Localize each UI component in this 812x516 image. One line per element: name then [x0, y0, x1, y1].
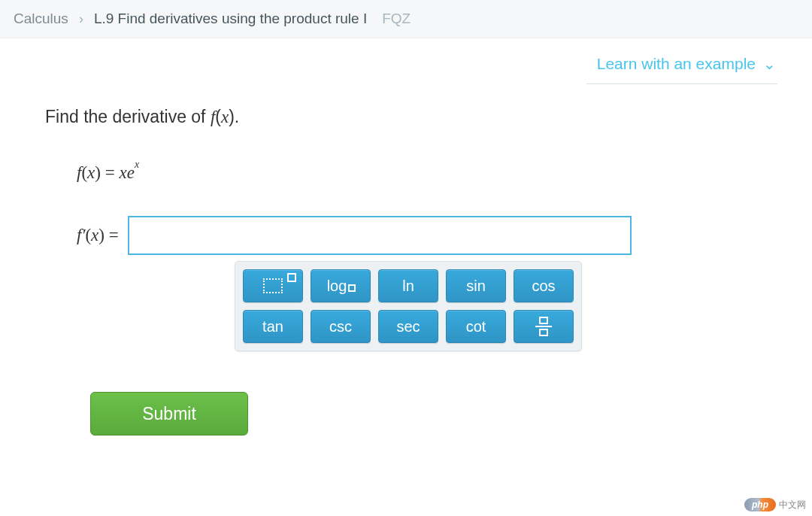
answer-equals: =	[109, 226, 119, 245]
question-prompt: Find the derivative of f(x).	[45, 107, 812, 127]
badge-pill: php	[744, 498, 776, 511]
badge-text: 中文网	[779, 499, 806, 511]
key-log[interactable]: log	[311, 269, 371, 302]
chevron-right-icon: ›	[79, 11, 83, 27]
answer-row: f′(x) =	[77, 216, 812, 255]
answer-var: x	[91, 226, 98, 245]
learn-with-example-link[interactable]: Learn with an example ⌄	[586, 55, 777, 84]
answer-fn: f′	[77, 226, 85, 245]
keypad-row-1: log ln sin cos	[243, 269, 574, 302]
exponent-base-icon	[263, 278, 283, 293]
answer-input[interactable]	[128, 216, 632, 255]
key-sec[interactable]: sec	[378, 310, 438, 343]
eq-fn: f	[77, 163, 81, 183]
key-sin-label: sin	[466, 278, 486, 295]
prompt-prefix: Find the derivative of	[45, 107, 211, 126]
given-equation: f(x) = xex	[77, 163, 812, 183]
breadcrumb-code: FQZ	[382, 11, 411, 27]
breadcrumb-course[interactable]: Calculus	[14, 11, 68, 27]
prompt-suffix: .	[235, 107, 239, 126]
key-sec-label: sec	[396, 318, 420, 335]
key-tan-label: tan	[262, 318, 283, 335]
key-cot-label: cot	[466, 318, 486, 335]
eq-coeff: x	[119, 163, 126, 183]
submit-button[interactable]: Submit	[90, 392, 248, 436]
prompt-fn: f	[211, 108, 215, 126]
key-exponent[interactable]	[243, 269, 303, 302]
chevron-down-icon: ⌄	[763, 56, 776, 71]
key-cot[interactable]: cot	[446, 310, 506, 343]
key-csc[interactable]: csc	[311, 310, 371, 343]
learn-bar: Learn with an example ⌄	[0, 38, 812, 84]
breadcrumb-skill: L.9 Find derivatives using the product r…	[94, 11, 367, 27]
key-fraction[interactable]	[514, 310, 574, 343]
prompt-var: x	[221, 108, 229, 126]
math-keypad: log ln sin cos tan csc sec cot	[235, 261, 582, 351]
key-ln-label: ln	[402, 278, 414, 295]
key-ln[interactable]: ln	[378, 269, 438, 302]
key-log-label: log	[327, 278, 347, 295]
eq-equals: =	[105, 163, 115, 183]
key-cos[interactable]: cos	[514, 269, 574, 302]
site-badge[interactable]: php 中文网	[744, 498, 806, 511]
key-tan[interactable]: tan	[243, 310, 303, 343]
fraction-icon	[535, 317, 552, 336]
key-cos-label: cos	[532, 278, 555, 295]
log-subscript-icon	[348, 284, 356, 293]
eq-exp: x	[135, 159, 139, 171]
keypad-row-2: tan csc sec cot	[243, 310, 574, 343]
eq-base: e	[127, 163, 135, 183]
exponent-sup-icon	[287, 273, 296, 282]
key-sin[interactable]: sin	[446, 269, 506, 302]
eq-var: x	[87, 163, 95, 183]
question-content: Find the derivative of f(x). f(x) = xex …	[0, 84, 812, 436]
breadcrumb: Calculus › L.9 Find derivatives using th…	[0, 0, 812, 38]
key-csc-label: csc	[329, 318, 352, 335]
learn-with-example-label: Learn with an example	[597, 55, 756, 73]
